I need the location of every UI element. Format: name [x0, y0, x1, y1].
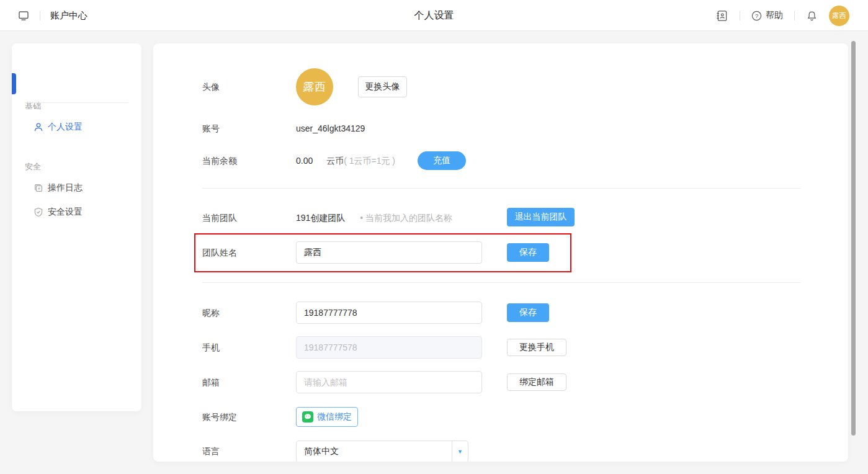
language-label: 语言 — [202, 445, 220, 457]
contacts-icon[interactable] — [715, 9, 728, 22]
divider — [40, 11, 40, 20]
divider — [740, 11, 740, 20]
divider — [794, 11, 795, 20]
language-selected-value: 简体中文 — [297, 446, 452, 457]
user-avatar[interactable]: 露西 — [829, 6, 849, 26]
sidebar-item-label: 安全设置 — [48, 207, 83, 218]
settings-panel: 头像 露西 更换头像 账号 user_46lgkt34129 当前余额 0.00… — [153, 43, 848, 462]
team-name-text: 191创建团队 — [296, 213, 345, 223]
phone-input — [296, 336, 482, 359]
app-title: 账户中心 — [50, 10, 87, 22]
wechat-icon — [302, 411, 313, 423]
sidebar-item-personal-settings[interactable]: 个人设置 — [12, 118, 141, 136]
team-name-label: 团队姓名 — [202, 246, 237, 259]
question-circle-icon: ? — [751, 11, 762, 21]
team-value: 191创建团队 • 当前我加入的团队名称 — [296, 212, 452, 224]
wechat-bind-label: 微信绑定 — [317, 411, 352, 423]
sidebar-item-security-settings[interactable]: 安全设置 — [12, 203, 141, 221]
nickname-label: 昵称 — [202, 306, 220, 319]
email-input[interactable] — [296, 371, 482, 393]
recharge-button[interactable]: 充值 — [418, 151, 466, 170]
profile-avatar: 露西 — [296, 68, 333, 105]
sidebar: 基础 个人设置 安全 操作日志 安全设置 — [12, 43, 141, 411]
sidebar-divider — [25, 102, 128, 103]
balance-label: 当前余额 — [202, 154, 237, 167]
save-team-name-button[interactable]: 保存 — [507, 243, 549, 262]
svg-text:?: ? — [755, 12, 758, 19]
sidebar-item-label: 个人设置 — [48, 122, 83, 133]
nickname-input[interactable] — [296, 302, 482, 324]
account-value: user_46lgkt34129 — [296, 122, 365, 135]
exit-team-button[interactable]: 退出当前团队 — [507, 208, 575, 226]
help-label: 帮助 — [766, 10, 783, 21]
sidebar-item-label: 操作日志 — [48, 182, 83, 194]
console-icon[interactable] — [17, 9, 30, 22]
account-label: 账号 — [202, 122, 220, 135]
sidebar-item-operation-logs[interactable]: 操作日志 — [12, 179, 141, 197]
sidebar-section-security: 安全 — [25, 161, 41, 172]
section-divider — [202, 282, 801, 283]
avatar-label: 头像 — [202, 81, 220, 93]
vertical-scrollbar[interactable] — [851, 41, 856, 436]
email-label: 邮箱 — [202, 376, 220, 388]
wechat-bind-button[interactable]: 微信绑定 — [296, 407, 358, 427]
active-indicator — [12, 73, 16, 94]
section-divider — [202, 188, 801, 189]
chevron-down-icon[interactable]: ▼ — [452, 441, 468, 462]
balance-value: 0.00 云币( 1云币=1元 ) — [296, 154, 395, 167]
change-phone-button[interactable]: 更换手机 — [507, 339, 566, 356]
team-label: 当前团队 — [202, 212, 237, 224]
help-button[interactable]: ? 帮助 — [751, 10, 783, 21]
team-name-input[interactable] — [296, 241, 482, 264]
change-avatar-button[interactable]: 更换头像 — [358, 76, 407, 97]
log-icon — [33, 182, 44, 194]
shield-icon — [33, 207, 44, 218]
balance-unit: 云币 — [326, 156, 344, 166]
save-nickname-button[interactable]: 保存 — [507, 303, 549, 322]
binding-label: 账号绑定 — [202, 411, 237, 423]
team-hint: • 当前我加入的团队名称 — [360, 213, 452, 223]
balance-amount: 0.00 — [296, 156, 313, 166]
user-icon — [33, 122, 44, 133]
bind-email-button[interactable]: 绑定邮箱 — [507, 373, 566, 391]
page-title: 个人设置 — [414, 0, 454, 31]
bell-icon[interactable] — [806, 10, 818, 22]
balance-note: ( 1云币=1元 ) — [344, 156, 395, 166]
language-select[interactable]: 简体中文 ▼ — [296, 440, 468, 462]
topbar: 账户中心 个人设置 ? 帮助 — [0, 0, 868, 31]
phone-label: 手机 — [202, 341, 220, 354]
